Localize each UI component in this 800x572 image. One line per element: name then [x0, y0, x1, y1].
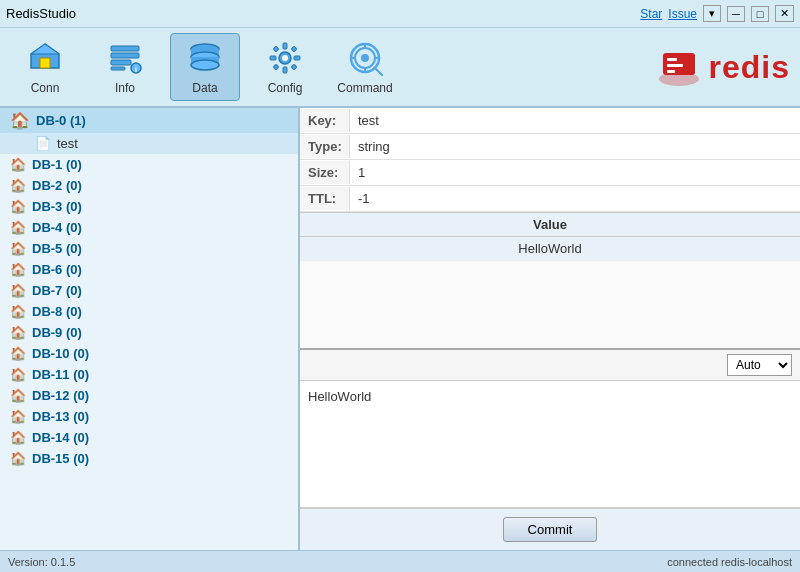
- toolbar-info[interactable]: i Info: [90, 33, 160, 101]
- svg-point-15: [282, 55, 288, 61]
- redis-logo-text: redis: [709, 49, 790, 86]
- db-item-8[interactable]: 🏠 DB-8 (0): [0, 301, 298, 322]
- db-item-12[interactable]: 🏠 DB-12 (0): [0, 385, 298, 406]
- svg-point-30: [361, 54, 369, 62]
- db-item-15[interactable]: 🏠 DB-15 (0): [0, 448, 298, 469]
- svg-rect-5: [111, 60, 131, 65]
- right-panel: Key: test Type: string Size: 1 TTL: -1 V…: [300, 108, 800, 550]
- db-label-3: DB-3 (0): [32, 199, 82, 214]
- star-link[interactable]: Star: [640, 7, 662, 21]
- db-icon-8: 🏠: [10, 304, 26, 319]
- db-label-11: DB-11 (0): [32, 367, 89, 382]
- close-btn[interactable]: ✕: [775, 5, 794, 22]
- info-icon: i: [106, 39, 144, 77]
- db-icon-10: 🏠: [10, 346, 26, 361]
- db-item-9[interactable]: 🏠 DB-9 (0): [0, 322, 298, 343]
- titlebar-controls: Star Issue ▾ ─ □ ✕: [640, 5, 794, 22]
- size-value: 1: [350, 161, 373, 184]
- db-item-11[interactable]: 🏠 DB-11 (0): [0, 364, 298, 385]
- db-icon-13: 🏠: [10, 409, 26, 424]
- key-item-test[interactable]: 📄 test: [0, 133, 298, 154]
- db-item-3[interactable]: 🏠 DB-3 (0): [0, 196, 298, 217]
- db-item-13[interactable]: 🏠 DB-13 (0): [0, 406, 298, 427]
- commit-button[interactable]: Commit: [503, 517, 598, 542]
- restore-btn[interactable]: □: [751, 6, 769, 22]
- value-row[interactable]: HelloWorld: [300, 237, 800, 261]
- db-icon-9: 🏠: [10, 325, 26, 340]
- db-label-0: DB-0 (1): [36, 113, 86, 128]
- svg-rect-36: [667, 70, 675, 73]
- data-label: Data: [192, 81, 217, 95]
- key-label-text: Key:: [300, 109, 350, 132]
- db-label-15: DB-15 (0): [32, 451, 89, 466]
- titlebar: RedisStudio Star Issue ▾ ─ □ ✕: [0, 0, 800, 28]
- svg-rect-17: [283, 67, 287, 73]
- key-info-section: Key: test Type: string Size: 1 TTL: -1: [300, 108, 800, 213]
- minimize-btn[interactable]: ─: [727, 6, 745, 22]
- ttl-value: -1: [350, 187, 378, 210]
- db-icon-6: 🏠: [10, 262, 26, 277]
- key-value: test: [350, 109, 387, 132]
- type-label-text: Type:: [300, 135, 350, 158]
- db-item-2[interactable]: 🏠 DB-2 (0): [0, 175, 298, 196]
- redis-logo: redis: [655, 43, 790, 91]
- db-label-12: DB-12 (0): [32, 388, 89, 403]
- config-label: Config: [268, 81, 303, 95]
- config-icon: [266, 39, 304, 77]
- db-icon-15: 🏠: [10, 451, 26, 466]
- db-label-1: DB-1 (0): [32, 157, 82, 172]
- db-item-0[interactable]: 🏠 DB-0 (1): [0, 108, 298, 133]
- svg-rect-35: [667, 64, 683, 67]
- toolbar-command[interactable]: Command: [330, 33, 400, 101]
- db-item-6[interactable]: 🏠 DB-6 (0): [0, 259, 298, 280]
- commit-row: Commit: [300, 508, 800, 550]
- db-icon-4: 🏠: [10, 220, 26, 235]
- size-label-text: Size:: [300, 161, 350, 184]
- db-item-14[interactable]: 🏠 DB-14 (0): [0, 427, 298, 448]
- dropdown-btn[interactable]: ▾: [703, 5, 721, 22]
- svg-rect-18: [270, 56, 276, 60]
- db-item-10[interactable]: 🏠 DB-10 (0): [0, 343, 298, 364]
- redis-icon: [655, 43, 703, 91]
- version-text: Version: 0.1.5: [8, 556, 75, 568]
- text-editor[interactable]: HelloWorld: [300, 381, 800, 509]
- db-icon-1: 🏠: [10, 157, 26, 172]
- db-label-4: DB-4 (0): [32, 220, 82, 235]
- db-icon-12: 🏠: [10, 388, 26, 403]
- value-section: Value HelloWorld Auto UTF-8 Hex Binary H…: [300, 213, 800, 550]
- toolbar-conn[interactable]: Conn: [10, 33, 80, 101]
- db-icon-7: 🏠: [10, 283, 26, 298]
- connection-status: connected redis-localhost: [667, 556, 792, 568]
- db-item-1[interactable]: 🏠 DB-1 (0): [0, 154, 298, 175]
- db-icon-5: 🏠: [10, 241, 26, 256]
- data-icon: [186, 39, 224, 77]
- svg-rect-22: [273, 64, 279, 70]
- svg-rect-6: [111, 67, 125, 70]
- svg-point-13: [191, 60, 219, 70]
- command-label: Command: [337, 81, 392, 95]
- svg-rect-4: [111, 53, 139, 58]
- conn-label: Conn: [31, 81, 60, 95]
- db-item-5[interactable]: 🏠 DB-5 (0): [0, 238, 298, 259]
- svg-rect-34: [667, 58, 677, 61]
- svg-rect-23: [291, 64, 297, 70]
- left-panel: 🏠 DB-0 (1) 📄 test 🏠 DB-1 (0) 🏠 DB-2 (0) …: [0, 108, 300, 550]
- key-row: Key: test: [300, 108, 800, 134]
- db-label-9: DB-9 (0): [32, 325, 82, 340]
- encoding-select[interactable]: Auto UTF-8 Hex Binary: [727, 354, 792, 376]
- toolbar-data[interactable]: Data: [170, 33, 240, 101]
- toolbar-config[interactable]: Config: [250, 33, 320, 101]
- command-icon: [346, 39, 384, 77]
- db-label-6: DB-6 (0): [32, 262, 82, 277]
- svg-rect-21: [291, 46, 297, 52]
- encoding-row: Auto UTF-8 Hex Binary: [300, 350, 800, 381]
- issue-link[interactable]: Issue: [668, 7, 697, 21]
- svg-rect-3: [111, 46, 139, 51]
- db-icon-11: 🏠: [10, 367, 26, 382]
- value-header: Value: [300, 213, 800, 237]
- ttl-label-text: TTL:: [300, 187, 350, 210]
- db-item-4[interactable]: 🏠 DB-4 (0): [0, 217, 298, 238]
- key-label: test: [57, 136, 78, 151]
- conn-icon: [26, 39, 64, 77]
- db-item-7[interactable]: 🏠 DB-7 (0): [0, 280, 298, 301]
